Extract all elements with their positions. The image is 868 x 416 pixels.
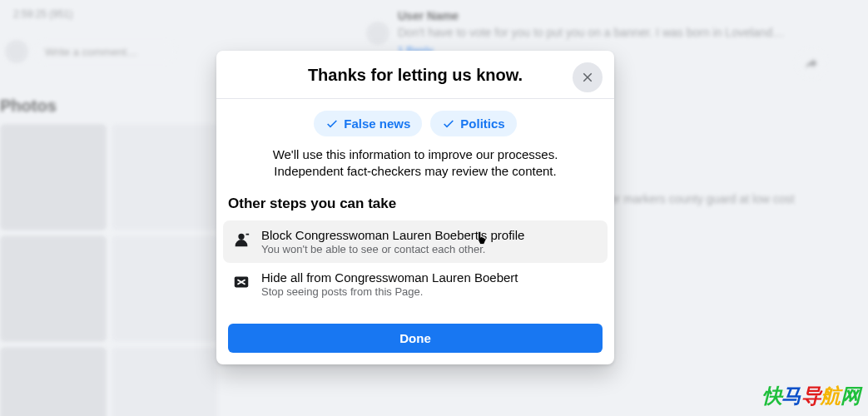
block-user-icon bbox=[231, 230, 251, 250]
comment-composer bbox=[5, 40, 216, 63]
watermark: 快马导航网 bbox=[762, 383, 861, 409]
video-timestamp: 2:59:25 (951) bbox=[13, 8, 216, 20]
reason-chip-politics[interactable]: Politics bbox=[430, 111, 516, 136]
photo-grid bbox=[0, 124, 216, 416]
photos-heading: Photos bbox=[0, 97, 216, 116]
photo-thumb[interactable] bbox=[112, 347, 218, 416]
hide-icon bbox=[231, 272, 251, 292]
chip-label: Politics bbox=[460, 116, 504, 131]
feedback-dialog: Thanks for letting us know. False news P… bbox=[216, 51, 614, 364]
photo-thumb[interactable] bbox=[0, 347, 107, 416]
action-block-profile[interactable]: Block Congresswoman Lauren Boebert's pro… bbox=[223, 220, 608, 263]
check-icon bbox=[325, 117, 339, 131]
info-text: We'll use this information to improve ou… bbox=[216, 143, 614, 194]
dialog-header: Thanks for letting us know. bbox=[216, 51, 614, 99]
action-title: Hide all from Congresswoman Lauren Boebe… bbox=[261, 270, 518, 285]
selected-reason-chips: False news Politics bbox=[216, 99, 614, 143]
close-icon bbox=[580, 70, 595, 85]
close-button[interactable] bbox=[573, 62, 603, 92]
share-icon[interactable] bbox=[796, 48, 826, 78]
done-button[interactable]: Done bbox=[228, 324, 603, 353]
photo-thumb[interactable] bbox=[112, 235, 218, 342]
reason-chip-false-news[interactable]: False news bbox=[314, 111, 422, 136]
action-subtitle: Stop seeing posts from this Page. bbox=[261, 285, 518, 298]
photo-thumb[interactable] bbox=[0, 235, 107, 342]
avatar bbox=[366, 22, 389, 45]
other-steps-list: Block Congresswoman Lauren Boebert's pro… bbox=[216, 220, 614, 324]
action-title: Block Congresswoman Lauren Boebert's pro… bbox=[261, 228, 524, 242]
section-title: Other steps you can take bbox=[216, 194, 614, 220]
dialog-title: Thanks for letting us know. bbox=[308, 66, 523, 85]
photo-thumb[interactable] bbox=[112, 124, 218, 230]
photo-thumb[interactable] bbox=[0, 124, 107, 230]
action-subtitle: You won't be able to see or contact each… bbox=[261, 243, 524, 255]
comment-input[interactable] bbox=[35, 41, 176, 63]
avatar bbox=[5, 40, 28, 63]
check-icon bbox=[442, 117, 455, 131]
post-snippet: Don't have to vote for you to put you on… bbox=[398, 25, 784, 42]
chip-label: False news bbox=[344, 116, 410, 131]
action-hide-all[interactable]: Hide all from Congresswoman Lauren Boebe… bbox=[223, 263, 608, 305]
post-author: User Name bbox=[398, 8, 784, 25]
